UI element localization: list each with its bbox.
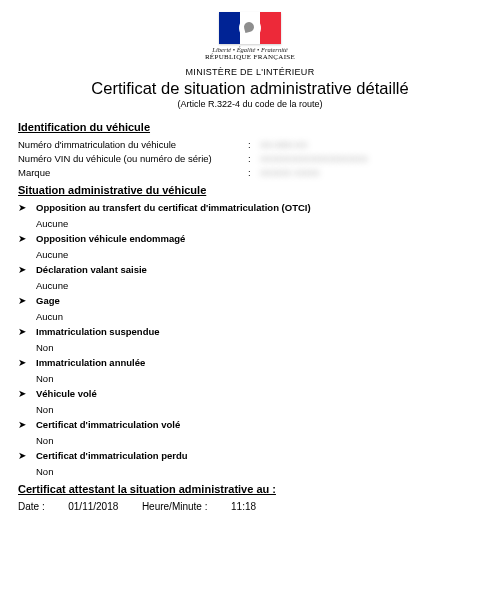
status-label: Gage (36, 295, 60, 306)
date-label: Date : (18, 501, 45, 512)
colon: : (248, 167, 260, 178)
status-item: ➤Opposition véhicule endommagéAucune (18, 233, 482, 260)
brand-value: XXXXX XXXX (260, 167, 482, 178)
status-item: ➤Certificat d'immatriculation perduNon (18, 450, 482, 477)
status-label: Immatriculation annulée (36, 357, 145, 368)
chevron-right-icon: ➤ (18, 233, 28, 245)
status-item: ➤Certificat d'immatriculation voléNon (18, 419, 482, 446)
national-logo: Liberté • Égalité • Fraternité RÉPUBLIQU… (18, 12, 482, 61)
situation-header: Situation administrative du véhicule (18, 184, 482, 196)
status-label: Certificat d'immatriculation volé (36, 419, 180, 430)
motto-text: Liberté • Égalité • Fraternité (205, 46, 295, 53)
document-title: Certificat de situation administrative d… (18, 79, 482, 98)
time-value: 11:18 (231, 501, 256, 512)
chevron-right-icon: ➤ (18, 357, 28, 369)
colon: : (248, 153, 260, 164)
chevron-right-icon: ➤ (18, 202, 28, 214)
republique-text: RÉPUBLIQUE FRANÇAISE (205, 53, 295, 61)
status-item: ➤Déclaration valant saisieAucune (18, 264, 482, 291)
identification-label: Numéro d'immatriculation du véhicule (18, 139, 248, 150)
status-label: Opposition au transfert du certificat d'… (36, 202, 311, 213)
status-item: ➤GageAucun (18, 295, 482, 322)
status-label: Opposition véhicule endommagé (36, 233, 185, 244)
status-value: Non (36, 342, 482, 353)
document-subtitle: (Article R.322-4 du code de la route) (18, 99, 482, 109)
status-value: Non (36, 404, 482, 415)
status-value: Aucune (36, 218, 482, 229)
french-flag-icon (219, 12, 281, 44)
attestation-line: Date : 01/11/2018 Heure/Minute : 11:18 (18, 501, 482, 512)
registration-number-value: XX-000-XX (260, 139, 482, 150)
attestation-header: Certificat attestant la situation admini… (18, 483, 482, 495)
status-label: Certificat d'immatriculation perdu (36, 450, 188, 461)
status-value: Non (36, 373, 482, 384)
time-label: Heure/Minute : (142, 501, 208, 512)
status-value: Non (36, 435, 482, 446)
chevron-right-icon: ➤ (18, 326, 28, 338)
colon: : (248, 139, 260, 150)
identification-label: Marque (18, 167, 248, 178)
status-value: Aucune (36, 249, 482, 260)
identification-row: Numéro d'immatriculation du véhicule : X… (18, 139, 482, 150)
identification-row: Marque : XXXXX XXXX (18, 167, 482, 178)
ministry-name: MINISTÈRE DE L'INTÉRIEUR (18, 67, 482, 77)
status-item: ➤Immatriculation annuléeNon (18, 357, 482, 384)
chevron-right-icon: ➤ (18, 295, 28, 307)
status-label: Immatriculation suspendue (36, 326, 160, 337)
status-label: Véhicule volé (36, 388, 97, 399)
status-value: Aucun (36, 311, 482, 322)
status-list: ➤Opposition au transfert du certificat d… (18, 202, 482, 477)
status-value: Non (36, 466, 482, 477)
chevron-right-icon: ➤ (18, 450, 28, 462)
chevron-right-icon: ➤ (18, 264, 28, 276)
marianne-icon (239, 17, 261, 39)
identification-row: Numéro VIN du véhicule (ou numéro de sér… (18, 153, 482, 164)
chevron-right-icon: ➤ (18, 419, 28, 431)
chevron-right-icon: ➤ (18, 388, 28, 400)
identification-label: Numéro VIN du véhicule (ou numéro de sér… (18, 153, 248, 164)
date-value: 01/11/2018 (68, 501, 118, 512)
status-value: Aucune (36, 280, 482, 291)
status-label: Déclaration valant saisie (36, 264, 147, 275)
identification-header: Identification du véhicule (18, 121, 482, 133)
status-item: ➤Opposition au transfert du certificat d… (18, 202, 482, 229)
vin-value: XXXXXXXXXXXXXXXXX (260, 153, 482, 164)
status-item: ➤Véhicule voléNon (18, 388, 482, 415)
status-item: ➤Immatriculation suspendueNon (18, 326, 482, 353)
